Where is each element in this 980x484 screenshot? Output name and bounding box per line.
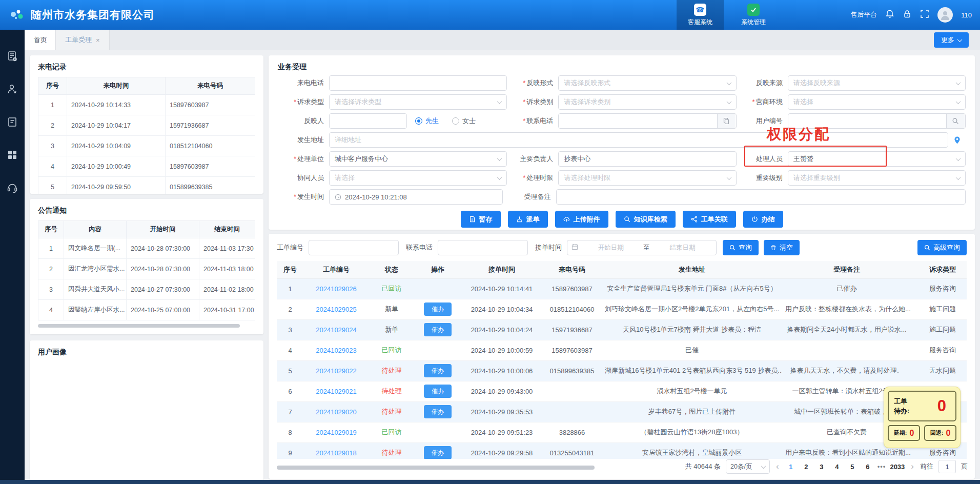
notice-content: 因汇龙湾小区需水... bbox=[64, 259, 127, 279]
filter-order-no-input[interactable] bbox=[309, 240, 399, 255]
order-id-link[interactable]: 20241029023 bbox=[316, 347, 357, 354]
page-number[interactable]: 6 bbox=[862, 463, 873, 471]
filter-date-range[interactable]: 开始日期 至 结束日期 bbox=[567, 240, 717, 255]
urge-button[interactable]: 催办 bbox=[424, 446, 452, 459]
handler-select[interactable]: 王赟赟 bbox=[788, 151, 966, 167]
aftersales-platform-link[interactable]: 售后平台 bbox=[850, 10, 877, 19]
urge-button[interactable]: 催办 bbox=[424, 405, 452, 418]
reporter-input[interactable] bbox=[329, 113, 407, 129]
nav-customer-service[interactable]: ☎ 客服系统 bbox=[677, 0, 724, 30]
next-page-icon[interactable]: › bbox=[910, 461, 915, 472]
order-id-link[interactable]: 20241029024 bbox=[316, 326, 357, 334]
orders-col-header: 接单时间 bbox=[461, 261, 542, 278]
order-row[interactable]: 320241029024新单催办2024-10-29 10:04:2415971… bbox=[277, 319, 967, 340]
order-row[interactable]: 720241029020待处理催办2024-10-29 09:35:53岁丰巷6… bbox=[277, 401, 967, 422]
apps-grid-icon[interactable] bbox=[6, 149, 18, 161]
call-record-row[interactable]: 52024-10-29 09:59:50015899639385 bbox=[38, 177, 255, 194]
order-row[interactable]: 620241029021待处理催办2024-10-29 09:43:00涢水村五… bbox=[277, 381, 967, 401]
call-record-row[interactable]: 42024-10-29 10:00:4915897603987 bbox=[38, 156, 255, 177]
order-row[interactable]: 920241029018待处理催办2024-10-29 09:29:580132… bbox=[277, 442, 967, 459]
form-button-hand[interactable]: 派单 bbox=[508, 211, 548, 228]
call-record-row[interactable]: 12024-10-29 10:14:3315897603987 bbox=[38, 95, 255, 115]
remark-input[interactable] bbox=[556, 189, 966, 205]
page-number[interactable]: 1 bbox=[785, 463, 797, 471]
more-button[interactable]: 更多 bbox=[934, 32, 969, 48]
contact-phone-input[interactable] bbox=[558, 113, 736, 129]
advanced-search-button[interactable]: 高级查询 bbox=[917, 240, 967, 255]
report-doc-icon[interactable] bbox=[6, 116, 18, 128]
reflect-source-select[interactable]: 请选择反映来源 bbox=[788, 75, 966, 91]
urge-button[interactable]: 催办 bbox=[424, 364, 452, 377]
order-row[interactable]: 120241029026已回访2024-10-29 10:14:41158976… bbox=[277, 278, 967, 299]
notice-row[interactable]: 1因文峰名居一期(...2024-10-28 07:30:002024-11-0… bbox=[38, 238, 255, 259]
page-number[interactable]: 4 bbox=[831, 463, 843, 471]
page-size-select[interactable]: 20条/页 bbox=[726, 459, 770, 474]
order-id-link[interactable]: 20241029020 bbox=[316, 408, 357, 416]
address-input[interactable]: 详细地址 bbox=[329, 132, 948, 148]
notice-row[interactable]: 4因瑿纳左岸小区水...2024-10-25 07:00:002024-10-3… bbox=[38, 300, 255, 320]
co-worker-select[interactable]: 请选择 bbox=[329, 170, 507, 186]
handle-unit-select[interactable]: 城中客户服务中心 bbox=[329, 151, 507, 167]
customer-user-icon[interactable] bbox=[6, 83, 18, 95]
fullscreen-icon[interactable] bbox=[920, 9, 929, 21]
search-icon[interactable] bbox=[946, 114, 965, 128]
search-button[interactable]: 查询 bbox=[723, 240, 759, 255]
occur-time-input[interactable]: 2024-10-29 10:21:08 bbox=[329, 189, 503, 205]
notice-row[interactable]: 3因舜井大道天风小...2024-10-27 07:30:002024-11-0… bbox=[38, 279, 255, 300]
appeal-type-select[interactable]: 请选择诉求类型 bbox=[329, 94, 507, 110]
order-id-link[interactable]: 20241029021 bbox=[316, 388, 357, 395]
filter-phone-input[interactable] bbox=[438, 240, 528, 255]
notices-hscrollbar[interactable] bbox=[38, 324, 240, 328]
work-order-doc-icon[interactable] bbox=[6, 50, 18, 63]
gender-radio-male[interactable]: 先生 bbox=[415, 116, 439, 126]
page-number[interactable]: 2 bbox=[801, 463, 812, 471]
handle-limit-select[interactable]: 请选择处理时限 bbox=[558, 170, 736, 186]
user-avatar[interactable] bbox=[937, 7, 953, 23]
prev-page-icon[interactable]: ‹ bbox=[775, 461, 780, 472]
tab-home[interactable]: 首页 bbox=[25, 30, 56, 50]
form-button-doc[interactable]: 暂存 bbox=[461, 211, 501, 228]
order-row[interactable]: 820241029019已回访2024-10-29 09:51:23382886… bbox=[277, 422, 967, 442]
call-phone-input[interactable] bbox=[329, 75, 507, 91]
importance-select[interactable]: 请选择重要级别 bbox=[788, 170, 966, 186]
urge-button[interactable]: 催办 bbox=[424, 385, 452, 398]
last-page-number[interactable]: 2033 bbox=[890, 463, 905, 471]
notice-row[interactable]: 2因汇龙湾小区需水...2024-10-28 07:30:002024-11-0… bbox=[38, 259, 255, 279]
pagination-ellipsis[interactable]: ••• bbox=[877, 463, 886, 471]
gender-radio-female[interactable]: 女士 bbox=[452, 116, 476, 126]
order-id-link[interactable]: 20241029025 bbox=[316, 306, 357, 313]
clear-button[interactable]: 清空 bbox=[764, 240, 800, 255]
status-badge: 待处理 bbox=[382, 449, 402, 456]
order-row[interactable]: 520241029022待处理催办2024-10-29 10:00:060158… bbox=[277, 360, 967, 381]
order-id-link[interactable]: 20241029022 bbox=[316, 367, 357, 375]
appeal-category-select[interactable]: 请选择诉求类别 bbox=[558, 94, 736, 110]
lock-icon[interactable] bbox=[903, 9, 912, 21]
close-icon[interactable]: × bbox=[96, 36, 100, 44]
order-row[interactable]: 220241029025新单催办2024-10-29 10:04:3401851… bbox=[277, 299, 967, 319]
bell-icon[interactable] bbox=[885, 9, 894, 21]
urge-button[interactable]: 催办 bbox=[424, 302, 452, 316]
orders-hscrollbar[interactable] bbox=[277, 466, 595, 470]
urge-button[interactable]: 催办 bbox=[424, 323, 452, 336]
call-record-row[interactable]: 22024-10-29 10:04:1715971936687 bbox=[38, 115, 255, 136]
order-id-link[interactable]: 20241029019 bbox=[316, 429, 357, 436]
copy-icon[interactable] bbox=[717, 114, 736, 128]
goto-page-input[interactable] bbox=[938, 460, 956, 473]
order-id-link[interactable]: 20241029026 bbox=[316, 285, 357, 293]
reflect-form-select[interactable]: 请选择反映形式 bbox=[558, 75, 736, 91]
form-button-upload[interactable]: 上传附件 bbox=[555, 211, 608, 228]
order-id-link[interactable]: 20241029018 bbox=[316, 449, 357, 457]
main-manager-input[interactable]: 抄表中心 bbox=[558, 151, 736, 167]
location-pin-icon[interactable] bbox=[948, 136, 966, 145]
nav-system-management[interactable]: 系统管理 bbox=[730, 0, 777, 30]
page-number[interactable]: 5 bbox=[847, 463, 858, 471]
call-record-row[interactable]: 32024-10-29 10:04:09018512104060 bbox=[38, 136, 255, 156]
order-row[interactable]: 420241029023已回访2024-10-29 10:00:59158976… bbox=[277, 340, 967, 360]
business-env-select[interactable]: 请选择 bbox=[788, 94, 966, 110]
page-number[interactable]: 3 bbox=[816, 463, 827, 471]
form-button-done[interactable]: 办结 bbox=[743, 211, 783, 228]
form-button-link[interactable]: 工单关联 bbox=[683, 211, 736, 228]
form-button-search[interactable]: 知识库检索 bbox=[616, 211, 676, 228]
tab-work-order[interactable]: 工单受理 × bbox=[55, 30, 110, 50]
headset-icon[interactable] bbox=[6, 182, 18, 194]
